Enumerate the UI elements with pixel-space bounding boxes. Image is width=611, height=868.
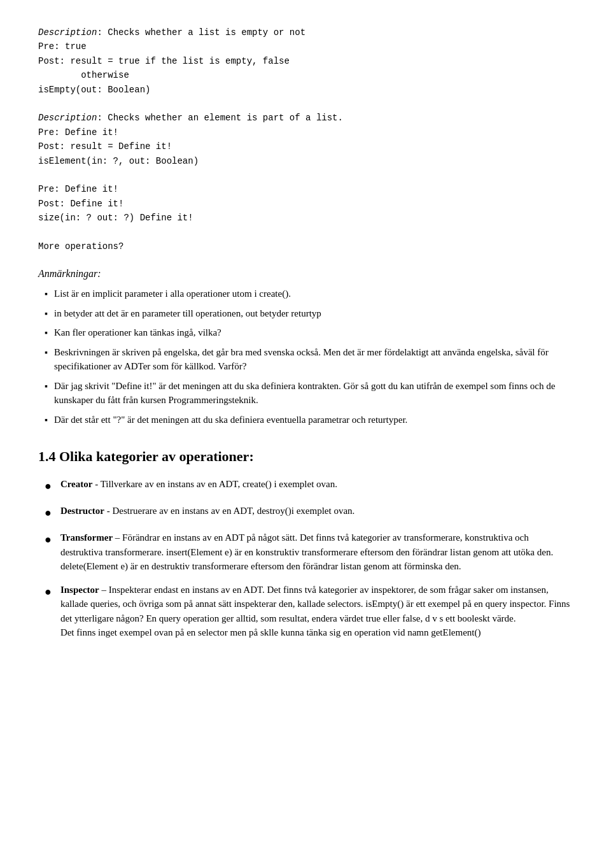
code-description2: Description [38, 113, 97, 123]
creator-rest: - Tillverkare av en instans av en ADT, c… [92, 479, 337, 489]
notes-title: Anmärkningar: [38, 266, 573, 281]
transformer-rest: – Förändrar en instans av en ADT på någo… [60, 532, 553, 571]
list-item: Kan fler operationer kan tänkas ingå, vi… [45, 325, 573, 340]
term-creator: Creator [60, 479, 93, 489]
list-item-transformer: Transformer – Förändrar en instans av en… [45, 530, 573, 574]
section-14-heading: 1.4 Olika kategorier av operationer: [38, 446, 573, 467]
code-block: Description: Checks whether a list is em… [38, 25, 573, 253]
list-item-creator: Creator - Tillverkare av en instans av e… [45, 477, 573, 495]
list-item: Där det står ett "?" är det meningen att… [45, 413, 573, 427]
list-item: Där jag skrivit "Define it!" är det meni… [45, 379, 573, 408]
code-description1: Description [38, 27, 97, 38]
destructor-rest: - Destruerare av en instans av en ADT, d… [104, 506, 355, 516]
category-list: Creator - Tillverkare av en instans av e… [38, 477, 573, 640]
list-item-destructor: Destructor - Destruerare av en instans a… [45, 504, 573, 522]
list-item-inspector: Inspector – Inspekterar endast en instan… [45, 583, 573, 640]
inspector-rest: – Inspekterar endast en instans av en AD… [60, 585, 570, 638]
list-item: in betyder att det är en parameter till … [45, 306, 573, 321]
code-section: Description: Checks whether a list is em… [38, 25, 573, 253]
list-item: List är en implicit parameter i alla ope… [45, 287, 573, 301]
list-item: Beskrivningen är skriven på engelska, de… [45, 345, 573, 374]
code-rest2: : Checks whether an element is part of a… [38, 113, 343, 252]
term-destructor: Destructor [60, 506, 104, 516]
term-transformer: Transformer [60, 532, 113, 543]
notes-bullet-list: List är en implicit parameter i alla ope… [38, 287, 573, 427]
term-inspector: Inspector [60, 585, 99, 595]
notes-section: Anmärkningar: List är en implicit parame… [38, 266, 573, 427]
